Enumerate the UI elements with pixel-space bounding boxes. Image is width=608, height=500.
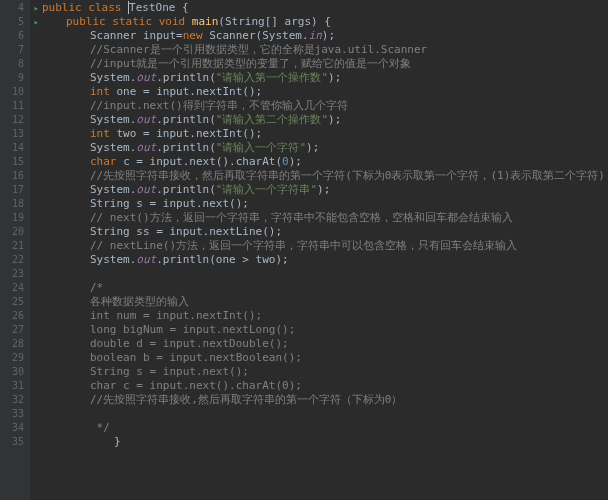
code-line[interactable]: System.out.println("请输入第二个操作数"); xyxy=(42,113,608,127)
code-line[interactable]: char c = input.next().charAt(0); xyxy=(42,155,608,169)
line-number: 10 xyxy=(0,85,30,99)
code-token: new xyxy=(183,29,210,42)
code-token: //先按照字符串接收，然后再取字符串的第一个字符(下标为0表示取第一个字符，(1… xyxy=(90,169,605,182)
code-token: "请输入一个字符串" xyxy=(216,183,317,196)
code-line[interactable]: public static void main(String[] args) { xyxy=(42,15,608,29)
code-line[interactable]: long bigNum = input.nextLong(); xyxy=(42,323,608,337)
code-token: double d = input.nextDouble(); xyxy=(90,337,289,350)
code-token: char xyxy=(90,155,123,168)
code-line[interactable]: int num = input.nextInt(); xyxy=(42,309,608,323)
line-number: 5 xyxy=(0,15,30,29)
line-number: 13 xyxy=(0,127,30,141)
line-number: 31 xyxy=(0,379,30,393)
code-token: long bigNum = input.nextLong(); xyxy=(90,323,295,336)
code-line[interactable]: String s = input.next(); xyxy=(42,197,608,211)
code-area[interactable]: public class TestOne {public static void… xyxy=(30,0,608,500)
line-number: 32 xyxy=(0,393,30,407)
code-token: out xyxy=(136,183,156,196)
code-line[interactable]: System.out.println("请输入一个字符串"); xyxy=(42,183,608,197)
code-token: .println( xyxy=(156,71,216,84)
code-token: System. xyxy=(90,71,136,84)
code-token: boolean b = input.nextBoolean(); xyxy=(90,351,302,364)
code-token: "请输入第二个操作数" xyxy=(216,113,328,126)
code-line[interactable]: System.out.println("请输入第一个操作数"); xyxy=(42,71,608,85)
code-line[interactable]: Scanner input=new Scanner(System.in); xyxy=(42,29,608,43)
code-token: .println( xyxy=(156,183,216,196)
code-token: out xyxy=(136,71,156,84)
code-token: */ xyxy=(90,421,110,434)
line-number: 11 xyxy=(0,99,30,113)
code-line[interactable]: boolean b = input.nextBoolean(); xyxy=(42,351,608,365)
code-line[interactable]: System.out.println(one > two); xyxy=(42,253,608,267)
line-number: 18 xyxy=(0,197,30,211)
code-line[interactable]: // nextLine()方法，返回一个字符串，字符串中可以包含空格，只有回车会… xyxy=(42,239,608,253)
line-number: 34 xyxy=(0,421,30,435)
code-token: char c = input.next().charAt(0); xyxy=(90,379,302,392)
line-number: 25 xyxy=(0,295,30,309)
line-number: 14 xyxy=(0,141,30,155)
code-line[interactable]: */ xyxy=(42,421,608,435)
code-token: //input就是一个引用数据类型的变量了，赋给它的值是一个对象 xyxy=(90,57,411,70)
code-token: public static void xyxy=(66,15,192,28)
code-line[interactable]: char c = input.next().charAt(0); xyxy=(42,379,608,393)
line-number: 26 xyxy=(0,309,30,323)
line-number: 28 xyxy=(0,337,30,351)
line-number: 4 xyxy=(0,1,30,15)
code-line[interactable]: //Scanner是一个引用数据类型，它的全称是java.util.Scanne… xyxy=(42,43,608,57)
line-number: 19 xyxy=(0,211,30,225)
code-line[interactable]: System.out.println("请输入一个字符"); xyxy=(42,141,608,155)
code-token: String s = input.next(); xyxy=(90,197,249,210)
code-line[interactable]: } xyxy=(42,435,608,449)
code-line[interactable]: String ss = input.nextLine(); xyxy=(42,225,608,239)
code-line[interactable] xyxy=(42,267,608,281)
line-number: 33 xyxy=(0,407,30,421)
code-line[interactable]: /* xyxy=(42,281,608,295)
code-token: (String[] args) { xyxy=(218,15,331,28)
code-line[interactable]: int two = input.nextInt(); xyxy=(42,127,608,141)
code-editor: 4567891011121314151617181920212223242526… xyxy=(0,0,608,500)
line-number: 21 xyxy=(0,239,30,253)
code-line[interactable]: // next()方法，返回一个字符串，字符串中不能包含空格，空格和回车都会结束… xyxy=(42,211,608,225)
code-token: ); xyxy=(328,71,341,84)
code-line[interactable]: 各种数据类型的输入 xyxy=(42,295,608,309)
code-token: int xyxy=(90,127,117,140)
line-number: 23 xyxy=(0,267,30,281)
line-number: 15 xyxy=(0,155,30,169)
code-token: 0 xyxy=(282,155,289,168)
code-line[interactable]: //先按照字符串接收,然后再取字符串的第一个字符（下标为0） xyxy=(42,393,608,407)
line-number: 9 xyxy=(0,71,30,85)
code-line[interactable]: String s = input.next(); xyxy=(42,365,608,379)
line-number: 29 xyxy=(0,351,30,365)
code-token: int xyxy=(90,85,117,98)
code-token: out xyxy=(136,253,156,266)
code-token: TestOne { xyxy=(129,1,189,14)
line-number-gutter: 4567891011121314151617181920212223242526… xyxy=(0,0,30,500)
code-line[interactable]: double d = input.nextDouble(); xyxy=(42,337,608,351)
code-line[interactable]: public class TestOne { xyxy=(42,1,608,15)
line-number: 16 xyxy=(0,169,30,183)
code-token: ); xyxy=(322,29,335,42)
code-token: } xyxy=(114,435,121,448)
code-token: int num = input.nextInt(); xyxy=(90,309,262,322)
code-token: //先按照字符串接收,然后再取字符串的第一个字符（下标为0） xyxy=(90,393,403,406)
code-token: ); xyxy=(328,113,341,126)
line-number: 22 xyxy=(0,253,30,267)
code-token: Scanner input= xyxy=(90,29,183,42)
code-line[interactable] xyxy=(42,407,608,421)
line-number: 24 xyxy=(0,281,30,295)
code-line[interactable]: int one = input.nextInt(); xyxy=(42,85,608,99)
code-line[interactable]: //input.next()得到字符串，不管你输入几个字符 xyxy=(42,99,608,113)
code-line[interactable]: //先按照字符串接收，然后再取字符串的第一个字符(下标为0表示取第一个字符，(1… xyxy=(42,169,608,183)
code-token: main xyxy=(192,15,219,28)
code-token: .println(one > two); xyxy=(156,253,288,266)
code-token: //input.next()得到字符串，不管你输入几个字符 xyxy=(90,99,348,112)
line-number: 17 xyxy=(0,183,30,197)
code-token: System. xyxy=(90,183,136,196)
code-token: /* xyxy=(90,281,103,294)
code-token: //Scanner是一个引用数据类型，它的全称是java.util.Scanne… xyxy=(90,43,427,56)
code-token: in xyxy=(309,29,322,42)
code-token: Scanner(System. xyxy=(209,29,308,42)
code-token: two = input.nextInt(); xyxy=(117,127,263,140)
code-token: ); xyxy=(317,183,330,196)
code-line[interactable]: //input就是一个引用数据类型的变量了，赋给它的值是一个对象 xyxy=(42,57,608,71)
